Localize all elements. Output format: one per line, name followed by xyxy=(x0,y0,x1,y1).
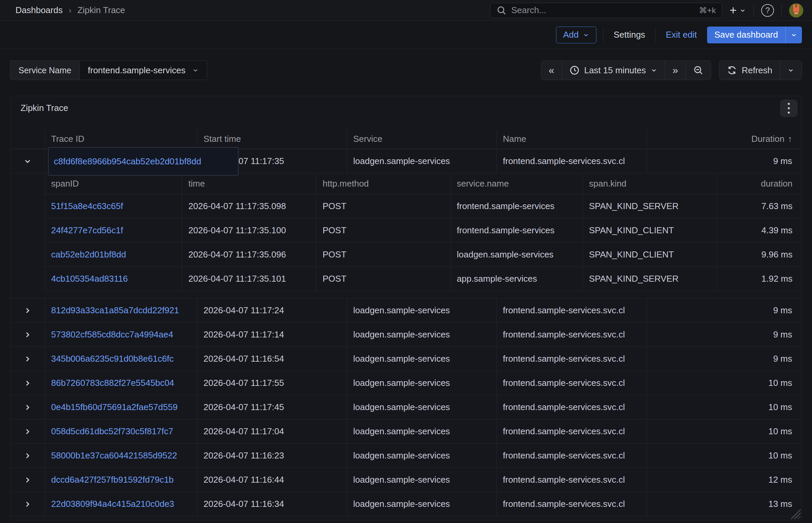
chevron-right-icon xyxy=(23,500,32,508)
col-header-duration[interactable]: Duration ↑ xyxy=(647,129,801,149)
dashboard-edit-toolbar: Add Settings Exit edit Save dashboard xyxy=(0,21,812,49)
save-dashboard-caret[interactable] xyxy=(785,26,802,43)
span-time-cell: 2026-04-07 11:17:35.101 xyxy=(182,267,316,291)
refresh-group: Refresh xyxy=(719,60,802,80)
service-cell: loadgen.sample-services xyxy=(347,299,497,323)
search-box[interactable]: ⌘+k xyxy=(490,3,722,18)
table-row: 86b7260783c882f27e5545bc04 2026-04-07 11… xyxy=(11,371,801,395)
time-range-group: « Last 15 minutes » xyxy=(541,60,711,80)
time-range-picker[interactable]: Last 15 minutes xyxy=(562,60,666,80)
selected-trace-id-cell[interactable]: c8fd6f8e8966b954cab52eb2d01bf8dd xyxy=(48,147,239,176)
chevron-right-icon xyxy=(23,475,32,484)
name-cell: frontend.sample-services.svc.cl xyxy=(497,149,647,174)
col-header-service[interactable]: Service xyxy=(347,129,497,149)
span-id-link[interactable]: cab52eb2d01bf8dd xyxy=(51,249,126,260)
service-cell: loadgen.sample-services xyxy=(347,371,497,395)
service-cell: loadgen.sample-services xyxy=(347,492,497,516)
settings-button[interactable]: Settings xyxy=(610,30,649,40)
search-input[interactable] xyxy=(511,5,694,16)
zoom-out-time-button[interactable] xyxy=(686,60,711,80)
row-expand-button[interactable] xyxy=(11,299,45,323)
trace-id-link[interactable]: 345b006a6235c91d0b8e61c6fc xyxy=(51,354,174,364)
refresh-button[interactable]: Refresh xyxy=(719,60,780,80)
duration-cell: 10 ms xyxy=(647,371,801,395)
row-expand-button[interactable] xyxy=(11,492,45,516)
table-row: 22d03809f94a4c415a210c0de3 2026-04-07 11… xyxy=(11,492,801,516)
start-time-cell: 2026-04-07 11:17:24 xyxy=(197,299,347,323)
clock-icon xyxy=(569,65,580,75)
span-row: 24f4277e7cd56c1f 2026-04-07 11:17:35.100… xyxy=(45,218,801,243)
panel-menu-button[interactable] xyxy=(780,100,797,117)
trace-id-link[interactable]: 58000b1e37ca604421585d9522 xyxy=(51,450,177,461)
trace-id-link[interactable]: 058d5cd61dbc52f730c5f817fc7 xyxy=(51,426,173,437)
search-icon xyxy=(497,5,506,16)
span-time-cell: 2026-04-07 11:17:35.100 xyxy=(182,218,316,243)
new-item-button[interactable]: + xyxy=(730,4,746,16)
name-cell: frontend.sample-services.svc.cl xyxy=(497,299,647,323)
breadcrumb-current: Zipkin Trace xyxy=(77,5,125,16)
span-row: cab52eb2d01bf8dd 2026-04-07 11:17:35.096… xyxy=(45,243,801,267)
duration-cell: 9 ms xyxy=(647,323,801,347)
breadcrumb-dashboards[interactable]: Dashboards xyxy=(16,5,63,16)
row-expand-button[interactable] xyxy=(11,395,45,419)
time-shift-back-button[interactable]: « xyxy=(541,60,562,80)
trace-id-link[interactable]: c8fd6f8e8966b954cab52eb2d01bf8dd xyxy=(54,156,201,167)
table-row: 58000b1e37ca604421585d9522 2026-04-07 11… xyxy=(11,444,801,468)
name-cell: frontend.sample-services.svc.cl xyxy=(497,395,647,419)
time-shift-forward-button[interactable]: » xyxy=(665,60,686,80)
span-http-method-cell: POST xyxy=(316,218,450,243)
avatar[interactable] xyxy=(789,3,803,17)
row-expand-button[interactable] xyxy=(11,419,45,444)
chevron-right-icon xyxy=(23,355,32,363)
row-expand-button[interactable] xyxy=(11,323,45,347)
col-header-name[interactable]: Name xyxy=(497,129,647,149)
service-cell: loadgen.sample-services xyxy=(347,444,497,468)
chevron-down-icon xyxy=(788,67,794,74)
row-expand-button[interactable] xyxy=(11,347,45,371)
table-row: 812d93a33ca1a85a7dcdd22f921 2026-04-07 1… xyxy=(11,299,801,323)
chevron-right-icon xyxy=(23,330,32,339)
col-header-trace-id[interactable]: Trace ID xyxy=(45,129,197,149)
span-id-link[interactable]: 4cb105354ad83116 xyxy=(51,274,128,284)
trace-id-link[interactable]: 573802cf585cd8dcc7a4994ae4 xyxy=(51,329,173,340)
service-name-select[interactable]: frontend.sample-services xyxy=(80,61,207,80)
col-header-span-id: spanID xyxy=(45,174,182,194)
col-header-time: time xyxy=(182,174,316,194)
name-cell: frontend.sample-services.svc.cl xyxy=(497,444,647,468)
expander-header-cell xyxy=(11,129,45,149)
trace-id-link[interactable]: 0e4b15fb60d75691a2fae57d559 xyxy=(51,402,178,412)
col-header-start-time[interactable]: Start time xyxy=(197,129,347,149)
trace-id-link[interactable]: 22d03809f94a4c415a210c0de3 xyxy=(51,499,174,509)
span-service-name-cell: app.sample-services xyxy=(450,267,583,291)
span-id-link[interactable]: 24f4277e7cd56c1f xyxy=(51,225,123,236)
refresh-interval-caret[interactable] xyxy=(780,60,802,80)
start-time-cell: 2026-04-07 11:16:23 xyxy=(197,444,347,468)
row-expand-button[interactable] xyxy=(11,468,45,492)
panel-header[interactable]: Zipkin Trace xyxy=(11,96,801,120)
help-icon[interactable]: ? xyxy=(761,4,774,17)
row-expand-button[interactable] xyxy=(11,371,45,395)
trace-id-link[interactable]: 86b7260783c882f27e5545bc04 xyxy=(51,378,174,388)
duration-cell: 10 ms xyxy=(647,395,801,419)
exit-edit-button[interactable]: Exit edit xyxy=(662,30,700,40)
trace-id-link[interactable]: 812d93a33ca1a85a7dcdd22f921 xyxy=(51,305,179,315)
save-dashboard-label[interactable]: Save dashboard xyxy=(707,26,785,43)
nav-divider xyxy=(781,4,782,16)
name-cell: frontend.sample-services.svc.cl xyxy=(497,371,647,395)
table-row: 345b006a6235c91d0b8e61c6fc 2026-04-07 11… xyxy=(11,347,801,371)
col-header-span-duration: duration xyxy=(716,174,802,194)
chevron-down-icon xyxy=(583,32,589,38)
span-id-link[interactable]: 51f15a8e4c63c65f xyxy=(51,201,123,212)
duration-cell: 9 ms xyxy=(647,347,801,371)
trace-id-link[interactable]: dccd6a427f257fb91592fd79c1b xyxy=(51,474,174,485)
double-chevron-left-icon: « xyxy=(549,65,554,75)
table-row: 573802cf585cd8dcc7a4994ae4 2026-04-07 11… xyxy=(11,323,801,347)
add-button[interactable]: Add xyxy=(556,26,597,43)
span-table-header-row: spanID time http.method service.name spa… xyxy=(45,174,801,194)
save-dashboard-button[interactable]: Save dashboard xyxy=(707,26,802,43)
start-time-cell: 2026-04-07 11:16:54 xyxy=(197,347,347,371)
row-expand-button[interactable] xyxy=(11,444,45,468)
plus-icon: + xyxy=(730,4,737,16)
span-duration-cell: 4.39 ms xyxy=(716,218,802,243)
row-collapse-button[interactable] xyxy=(11,149,45,174)
